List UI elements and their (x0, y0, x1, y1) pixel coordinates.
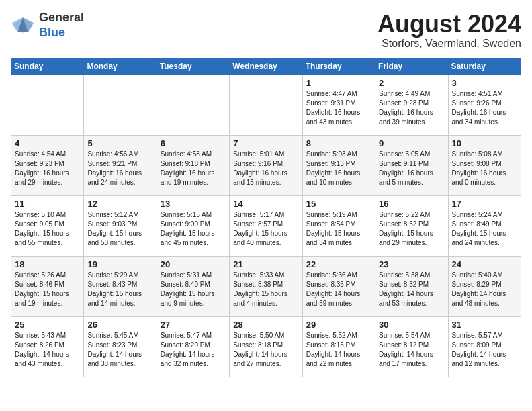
calendar-cell: 17Sunrise: 5:24 AM Sunset: 8:49 PM Dayli… (448, 195, 521, 256)
day-number: 19 (87, 259, 152, 269)
day-info: Sunrise: 5:01 AM Sunset: 9:16 PM Dayligh… (233, 150, 298, 187)
logo: General Blue (11, 11, 84, 40)
calendar-cell: 23Sunrise: 5:38 AM Sunset: 8:32 PM Dayli… (375, 256, 448, 316)
day-number: 30 (379, 320, 444, 330)
day-number: 22 (306, 259, 371, 269)
day-info: Sunrise: 5:50 AM Sunset: 8:18 PM Dayligh… (233, 331, 298, 369)
day-info: Sunrise: 5:26 AM Sunset: 8:46 PM Dayligh… (15, 271, 80, 308)
day-number: 9 (379, 138, 444, 148)
day-number: 17 (452, 199, 517, 209)
day-info: Sunrise: 5:19 AM Sunset: 8:54 PM Dayligh… (306, 210, 371, 248)
day-info: Sunrise: 5:38 AM Sunset: 8:32 PM Dayligh… (379, 271, 444, 308)
day-number: 27 (161, 320, 226, 330)
calendar-cell: 12Sunrise: 5:12 AM Sunset: 9:03 PM Dayli… (84, 195, 157, 256)
day-info: Sunrise: 4:54 AM Sunset: 9:23 PM Dayligh… (15, 150, 80, 187)
day-info: Sunrise: 4:49 AM Sunset: 9:28 PM Dayligh… (379, 89, 444, 127)
calendar-cell: 31Sunrise: 5:57 AM Sunset: 8:09 PM Dayli… (448, 316, 521, 377)
day-number: 16 (379, 199, 444, 209)
day-number: 1 (306, 78, 371, 88)
day-number: 14 (233, 199, 298, 209)
calendar-cell: 4Sunrise: 4:54 AM Sunset: 9:23 PM Daylig… (11, 135, 84, 195)
day-number: 6 (161, 138, 226, 148)
day-number: 21 (233, 259, 298, 269)
column-header-monday: Monday (84, 58, 157, 75)
header: General Blue August 2024 Storfors, Vaerm… (11, 11, 521, 50)
day-info: Sunrise: 5:57 AM Sunset: 8:09 PM Dayligh… (452, 331, 517, 369)
day-number: 28 (233, 320, 298, 330)
calendar-cell: 5Sunrise: 4:56 AM Sunset: 9:21 PM Daylig… (84, 135, 157, 195)
day-number: 24 (452, 259, 517, 269)
day-info: Sunrise: 5:10 AM Sunset: 9:05 PM Dayligh… (15, 210, 80, 248)
logo-blue: Blue (39, 26, 65, 39)
day-number: 10 (452, 138, 517, 148)
day-number: 25 (15, 320, 80, 330)
day-number: 5 (87, 138, 152, 148)
day-info: Sunrise: 5:05 AM Sunset: 9:11 PM Dayligh… (379, 150, 444, 187)
page-subtitle: Storfors, Vaermland, Sweden (378, 38, 521, 50)
calendar-cell: 25Sunrise: 5:43 AM Sunset: 8:26 PM Dayli… (11, 316, 84, 377)
day-info: Sunrise: 5:45 AM Sunset: 8:23 PM Dayligh… (87, 331, 152, 369)
day-number: 18 (15, 259, 80, 269)
day-info: Sunrise: 5:36 AM Sunset: 8:35 PM Dayligh… (306, 271, 371, 308)
calendar-cell: 11Sunrise: 5:10 AM Sunset: 9:05 PM Dayli… (11, 195, 84, 256)
day-info: Sunrise: 5:24 AM Sunset: 8:49 PM Dayligh… (452, 210, 517, 248)
day-number: 8 (306, 138, 371, 148)
calendar-cell: 18Sunrise: 5:26 AM Sunset: 8:46 PM Dayli… (11, 256, 84, 316)
column-header-wednesday: Wednesday (230, 58, 302, 75)
calendar-cell: 20Sunrise: 5:31 AM Sunset: 8:40 PM Dayli… (157, 256, 229, 316)
title-area: August 2024 Storfors, Vaermland, Sweden (378, 11, 521, 50)
day-info: Sunrise: 4:58 AM Sunset: 9:18 PM Dayligh… (161, 150, 226, 187)
week-row-4: 18Sunrise: 5:26 AM Sunset: 8:46 PM Dayli… (11, 256, 521, 316)
day-number: 20 (161, 259, 226, 269)
week-row-5: 25Sunrise: 5:43 AM Sunset: 8:26 PM Dayli… (11, 316, 521, 377)
calendar-cell: 10Sunrise: 5:08 AM Sunset: 9:08 PM Dayli… (448, 135, 521, 195)
day-info: Sunrise: 4:51 AM Sunset: 9:26 PM Dayligh… (452, 89, 517, 127)
day-number: 11 (15, 199, 80, 209)
day-info: Sunrise: 5:43 AM Sunset: 8:26 PM Dayligh… (15, 331, 80, 369)
week-row-2: 4Sunrise: 4:54 AM Sunset: 9:23 PM Daylig… (11, 135, 521, 195)
calendar-cell: 28Sunrise: 5:50 AM Sunset: 8:18 PM Dayli… (230, 316, 302, 377)
calendar-cell: 21Sunrise: 5:33 AM Sunset: 8:38 PM Dayli… (230, 256, 302, 316)
logo-text: General Blue (39, 11, 84, 40)
calendar-table: SundayMondayTuesdayWednesdayThursdayFrid… (11, 58, 521, 377)
column-header-sunday: Sunday (11, 58, 84, 75)
column-header-friday: Friday (375, 58, 448, 75)
calendar-cell: 1Sunrise: 4:47 AM Sunset: 9:31 PM Daylig… (302, 75, 375, 135)
calendar-cell: 3Sunrise: 4:51 AM Sunset: 9:26 PM Daylig… (448, 75, 521, 135)
day-number: 7 (233, 138, 298, 148)
calendar-cell: 30Sunrise: 5:54 AM Sunset: 8:12 PM Dayli… (375, 316, 448, 377)
calendar-cell: 13Sunrise: 5:15 AM Sunset: 9:00 PM Dayli… (157, 195, 229, 256)
week-row-3: 11Sunrise: 5:10 AM Sunset: 9:05 PM Dayli… (11, 195, 521, 256)
calendar-cell: 7Sunrise: 5:01 AM Sunset: 9:16 PM Daylig… (230, 135, 302, 195)
calendar-cell: 9Sunrise: 5:05 AM Sunset: 9:11 PM Daylig… (375, 135, 448, 195)
calendar-cell: 6Sunrise: 4:58 AM Sunset: 9:18 PM Daylig… (157, 135, 229, 195)
calendar-cell (11, 75, 84, 135)
day-info: Sunrise: 5:47 AM Sunset: 8:20 PM Dayligh… (161, 331, 226, 369)
column-header-saturday: Saturday (448, 58, 521, 75)
day-number: 26 (87, 320, 152, 330)
header-row: SundayMondayTuesdayWednesdayThursdayFrid… (11, 58, 521, 75)
day-info: Sunrise: 5:54 AM Sunset: 8:12 PM Dayligh… (379, 331, 444, 369)
column-header-thursday: Thursday (302, 58, 375, 75)
calendar-cell: 27Sunrise: 5:47 AM Sunset: 8:20 PM Dayli… (157, 316, 229, 377)
column-header-tuesday: Tuesday (157, 58, 229, 75)
day-info: Sunrise: 5:12 AM Sunset: 9:03 PM Dayligh… (87, 210, 152, 248)
day-info: Sunrise: 5:29 AM Sunset: 8:43 PM Dayligh… (87, 271, 152, 308)
page-title: August 2024 (378, 11, 521, 38)
day-info: Sunrise: 5:08 AM Sunset: 9:08 PM Dayligh… (452, 150, 517, 187)
calendar-cell: 16Sunrise: 5:22 AM Sunset: 8:52 PM Dayli… (375, 195, 448, 256)
day-info: Sunrise: 5:31 AM Sunset: 8:40 PM Dayligh… (161, 271, 226, 308)
day-number: 15 (306, 199, 371, 209)
day-info: Sunrise: 4:56 AM Sunset: 9:21 PM Dayligh… (87, 150, 152, 187)
calendar-cell (230, 75, 302, 135)
calendar-cell: 24Sunrise: 5:40 AM Sunset: 8:29 PM Dayli… (448, 256, 521, 316)
calendar-cell: 26Sunrise: 5:45 AM Sunset: 8:23 PM Dayli… (84, 316, 157, 377)
day-info: Sunrise: 5:22 AM Sunset: 8:52 PM Dayligh… (379, 210, 444, 248)
day-number: 2 (379, 78, 444, 88)
calendar-cell: 29Sunrise: 5:52 AM Sunset: 8:15 PM Dayli… (302, 316, 375, 377)
logo-icon (11, 16, 35, 35)
day-info: Sunrise: 5:40 AM Sunset: 8:29 PM Dayligh… (452, 271, 517, 308)
calendar-cell (84, 75, 157, 135)
day-number: 29 (306, 320, 371, 330)
calendar-cell (157, 75, 229, 135)
